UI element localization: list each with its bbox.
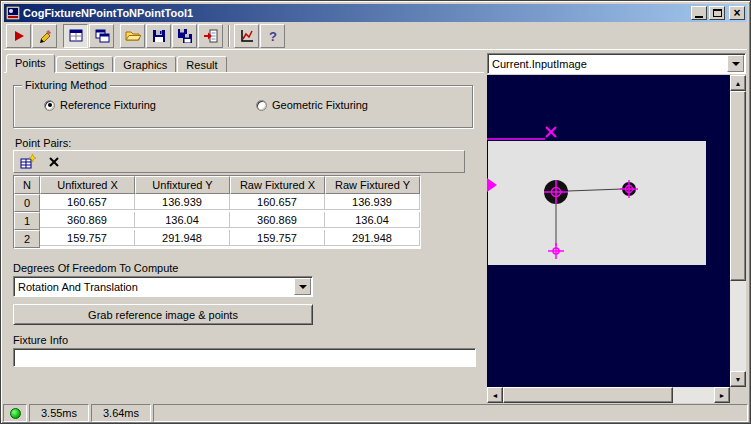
open-file-button[interactable] <box>120 24 145 48</box>
close-icon: × <box>733 7 740 19</box>
cell[interactable]: 159.757 <box>230 230 325 246</box>
chevron-down-icon <box>299 285 307 289</box>
main-toolbar: ? <box>4 23 747 50</box>
tab-graphics[interactable]: Graphics <box>114 56 176 73</box>
grab-reference-button[interactable]: Grab reference image & points <box>13 304 313 325</box>
cell[interactable]: 160.657 <box>40 194 135 210</box>
cell[interactable]: 136.04 <box>325 212 420 228</box>
cell[interactable]: 159.757 <box>40 230 135 246</box>
scroll-right-button[interactable]: ► <box>714 387 730 403</box>
row-header: 0 <box>14 194 40 212</box>
cell[interactable]: 136.939 <box>135 194 230 210</box>
tab-points[interactable]: Points <box>6 54 55 73</box>
cell[interactable]: 136.04 <box>135 212 230 228</box>
image-graphics <box>487 75 730 387</box>
row-header: 1 <box>14 212 40 230</box>
point-pairs-label: Point Pairs: <box>15 137 71 149</box>
horizontal-scroll-thumb[interactable] <box>503 387 673 403</box>
play-icon <box>11 28 27 44</box>
tool-edit-window: CogFixtureNPointToNPointTool1 × <box>0 0 751 424</box>
close-button[interactable]: × <box>729 6 745 20</box>
windows-icon <box>94 28 110 44</box>
scroll-down-button[interactable]: ▼ <box>730 371 746 387</box>
image-display[interactable] <box>487 75 730 387</box>
radio-reference-fixturing-label: Reference Fixturing <box>60 99 156 111</box>
col-header-raw-fixtured-y[interactable]: Raw Fixtured Y <box>325 176 420 194</box>
tab-result[interactable]: Result <box>177 56 226 73</box>
vertical-scrollbar[interactable]: ▲ ▼ <box>730 75 746 387</box>
radio-geometric-fixturing[interactable]: Geometric Fixturing <box>256 99 368 111</box>
save-icon <box>151 28 167 44</box>
status-led-icon <box>10 408 21 419</box>
cell[interactable]: 360.869 <box>40 212 135 228</box>
point-pairs-table[interactable]: N Unfixtured X Unfixtured Y Raw Fixtured… <box>13 175 421 249</box>
show-image-pane-button[interactable] <box>63 24 88 48</box>
row-header: 2 <box>14 230 40 248</box>
cell[interactable]: 291.948 <box>135 230 230 246</box>
window-icon <box>6 6 20 20</box>
chevron-down-icon <box>732 62 740 66</box>
arrow-left-icon: ◄ <box>492 392 499 399</box>
save-copy-button[interactable] <box>172 24 197 48</box>
arrow-right-icon: ► <box>719 392 726 399</box>
col-header-unfixtured-y[interactable]: Unfixtured Y <box>135 176 230 194</box>
maximize-button[interactable] <box>709 6 725 20</box>
horizontal-scrollbar[interactable]: ◄ ► <box>487 387 730 403</box>
cell[interactable]: 291.948 <box>325 230 420 246</box>
help-button[interactable]: ? <box>260 24 285 48</box>
maximize-icon <box>713 9 722 17</box>
cell[interactable]: 136.939 <box>325 194 420 210</box>
cell[interactable]: 360.869 <box>230 212 325 228</box>
arrow-up-icon: ▲ <box>735 80 742 87</box>
add-point-pair-button[interactable] <box>16 152 40 171</box>
table-row[interactable]: 2 159.757 291.948 159.757 291.948 <box>14 230 420 248</box>
run-tool-button[interactable] <box>6 24 31 48</box>
image-source-select[interactable]: Current.InputImage <box>487 53 746 74</box>
delete-point-pair-button[interactable] <box>42 152 66 171</box>
results-graph-button[interactable] <box>234 24 259 48</box>
window-title: CogFixtureNPointToNPointTool1 <box>23 7 689 19</box>
scroll-up-button[interactable]: ▲ <box>730 75 746 91</box>
minimize-icon <box>695 16 703 18</box>
col-header-n[interactable]: N <box>14 176 40 194</box>
open-folder-icon <box>125 28 141 44</box>
svg-text:?: ? <box>269 29 277 44</box>
electric-run-button[interactable] <box>32 24 57 48</box>
save-file-button[interactable] <box>146 24 171 48</box>
minimize-button[interactable] <box>691 6 707 20</box>
tab-settings[interactable]: Settings <box>56 56 114 73</box>
pencil-icon <box>37 28 53 44</box>
image-viewport[interactable]: ▲ ▼ ◄ ► <box>487 75 746 403</box>
titlebar[interactable]: CogFixtureNPointToNPointTool1 × <box>4 4 747 22</box>
vertical-scroll-thumb[interactable] <box>730 91 746 281</box>
scrollbar-corner <box>730 387 746 403</box>
fixturing-method-label: Fixturing Method <box>22 79 110 91</box>
radio-reference-fixturing-circle <box>44 100 55 111</box>
float-windows-button[interactable] <box>89 24 114 48</box>
scroll-left-button[interactable]: ◄ <box>487 387 503 403</box>
save-copy-icon <box>177 28 193 44</box>
import-button[interactable] <box>198 24 223 48</box>
fixture-info-label: Fixture Info <box>13 334 68 346</box>
fixturing-method-group: Fixturing Method Reference Fixturing Geo… <box>13 85 473 128</box>
add-point-pair-icon <box>20 154 36 170</box>
table-row[interactable]: 0 160.657 136.939 160.657 136.939 <box>14 194 420 212</box>
col-header-raw-fixtured-x[interactable]: Raw Fixtured X <box>230 176 325 194</box>
fixture-info-input[interactable] <box>13 348 476 367</box>
table-row[interactable]: 1 360.869 136.04 360.869 136.04 <box>14 212 420 230</box>
cell[interactable]: 160.657 <box>230 194 325 210</box>
image-source-dropdown-button[interactable] <box>727 55 744 72</box>
status-led-panel <box>3 404 27 422</box>
dof-dropdown-button[interactable] <box>294 278 311 295</box>
col-header-unfixtured-x[interactable]: Unfixtured X <box>40 176 135 194</box>
delete-point-pair-icon <box>47 155 61 169</box>
table-header-row: N Unfixtured X Unfixtured Y Raw Fixtured… <box>14 176 420 194</box>
status-time-1: 3.55ms <box>29 404 89 422</box>
dof-selected-value: Rotation And Translation <box>14 277 293 296</box>
arrow-down-icon: ▼ <box>735 376 742 383</box>
radio-geometric-fixturing-circle <box>256 100 267 111</box>
graph-icon <box>239 28 255 44</box>
radio-reference-fixturing[interactable]: Reference Fixturing <box>44 99 156 111</box>
dof-select[interactable]: Rotation And Translation <box>13 276 313 297</box>
tabstrip-baseline <box>4 72 484 73</box>
